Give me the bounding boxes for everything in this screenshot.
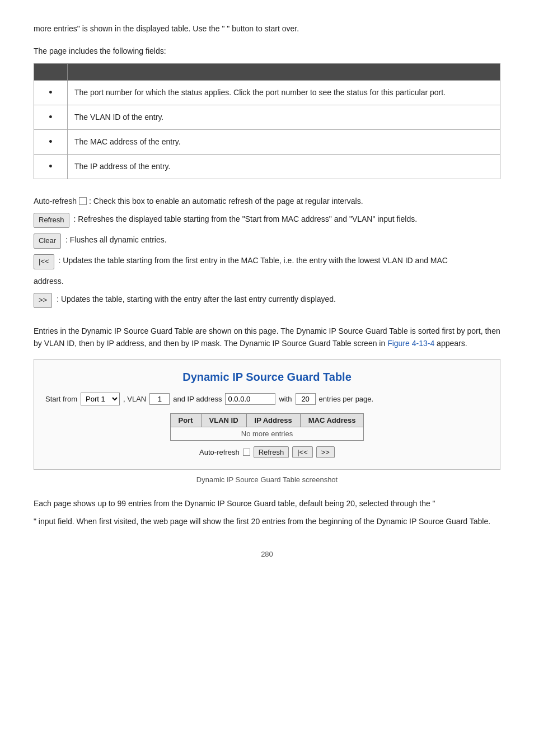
data-table-header: MAC Address (300, 413, 364, 427)
kk-button[interactable]: |<< (34, 254, 54, 269)
data-table: PortVLAN IDIP AddressMAC Address No more… (170, 413, 364, 441)
table-bullet-cell: • (34, 105, 68, 129)
figure-title: Dynamic IP Source Guard Table (45, 371, 489, 384)
clear-button[interactable]: Clear (34, 234, 61, 249)
bottom-refresh-button[interactable]: Refresh (254, 446, 289, 458)
refresh-button[interactable]: Refresh (34, 213, 69, 228)
bottom-controls: Auto-refresh Refresh |<< >> (45, 446, 489, 458)
table-header-col2 (68, 63, 500, 80)
data-table-header: IP Address (246, 413, 300, 427)
no-entries-cell: No more entries (170, 427, 364, 440)
intro-text: more entries" is shown in the displayed … (34, 22, 500, 35)
table-desc-cell: The MAC address of the entry. (68, 129, 500, 154)
bottom-text-2: " input field. When first visited, the w… (34, 515, 500, 528)
controls-section: Auto-refresh : Check this box to enable … (34, 195, 500, 308)
auto-refresh-row: Auto-refresh : Check this box to enable … (34, 195, 500, 207)
gt-row: >> : Updates the table, starting with th… (34, 293, 500, 308)
kk-address-row: address. (34, 275, 500, 287)
gt-desc: : Updates the table, starting with the e… (57, 293, 336, 305)
refresh-row: Refresh : Refreshes the displayed table … (34, 213, 500, 228)
kk-desc: : Updates the table starting from the fi… (59, 254, 448, 267)
entries-per-page: entries per page. (319, 395, 374, 403)
ip-input[interactable] (225, 393, 275, 405)
auto-refresh-label: Auto-refresh (34, 195, 77, 207)
table-bullet-cell: • (34, 129, 68, 154)
ip-label: and IP address (173, 395, 222, 403)
start-from-label: Start from (45, 395, 77, 403)
gt-button[interactable]: >> (34, 293, 52, 308)
fields-table: •The port number for which the status ap… (34, 63, 500, 179)
table-desc-cell: The port number for which the status app… (68, 80, 500, 105)
bottom-auto-refresh-label: Auto-refresh (199, 448, 240, 456)
bottom-text-1: Each page shows up to 99 entries from th… (34, 497, 500, 510)
table-bullet-cell: • (34, 80, 68, 105)
clear-row: Clear : Flushes all dynamic entries. (34, 234, 500, 249)
kk-row: |<< : Updates the table starting from th… (34, 254, 500, 269)
figure-link[interactable]: Figure 4-13-4 (387, 339, 434, 348)
table-desc-cell: The IP address of the entry. (68, 154, 500, 179)
start-from-row: Start from Port 1 , VLAN and IP address … (45, 393, 489, 405)
bottom-text-part2: " input field. When first visited, the w… (34, 517, 490, 526)
bottom-kk-button[interactable]: |<< (292, 446, 313, 458)
figure-container: Dynamic IP Source Guard Table Start from… (34, 359, 500, 470)
refresh-desc: : Refreshes the displayed table starting… (74, 213, 418, 225)
table-desc-cell: The VLAN ID of the entry. (68, 105, 500, 129)
section-text-end: appears. (434, 339, 467, 348)
clear-desc: : Flushes all dynamic entries. (65, 234, 167, 246)
table-header-col1 (34, 63, 68, 80)
vlan-label: , VLAN (123, 395, 146, 403)
figure-caption: Dynamic IP Source Guard Table screenshot (34, 475, 500, 484)
bottom-text-part1: Each page shows up to 99 entries from th… (34, 499, 435, 508)
port-select[interactable]: Port 1 (81, 393, 120, 405)
bottom-gt-button[interactable]: >> (316, 446, 335, 458)
entries-input[interactable] (296, 393, 316, 405)
fields-intro: The page includes the following fields: (34, 45, 500, 57)
vlan-input[interactable] (149, 393, 170, 405)
kk-address-text: address. (34, 275, 64, 287)
data-table-header: VLAN ID (201, 413, 246, 427)
data-table-header: Port (170, 413, 201, 427)
page-number: 280 (34, 550, 500, 558)
data-table-wrap: PortVLAN IDIP AddressMAC Address No more… (45, 413, 489, 441)
auto-refresh-checkbox[interactable] (79, 197, 87, 205)
section-para: Entries in the Dynamic IP Source Guard T… (34, 325, 500, 350)
table-bullet-cell: • (34, 154, 68, 179)
auto-refresh-desc: : Check this box to enable an automatic … (89, 195, 363, 207)
with-label: with (279, 395, 292, 403)
bottom-auto-refresh-checkbox[interactable] (243, 449, 250, 456)
